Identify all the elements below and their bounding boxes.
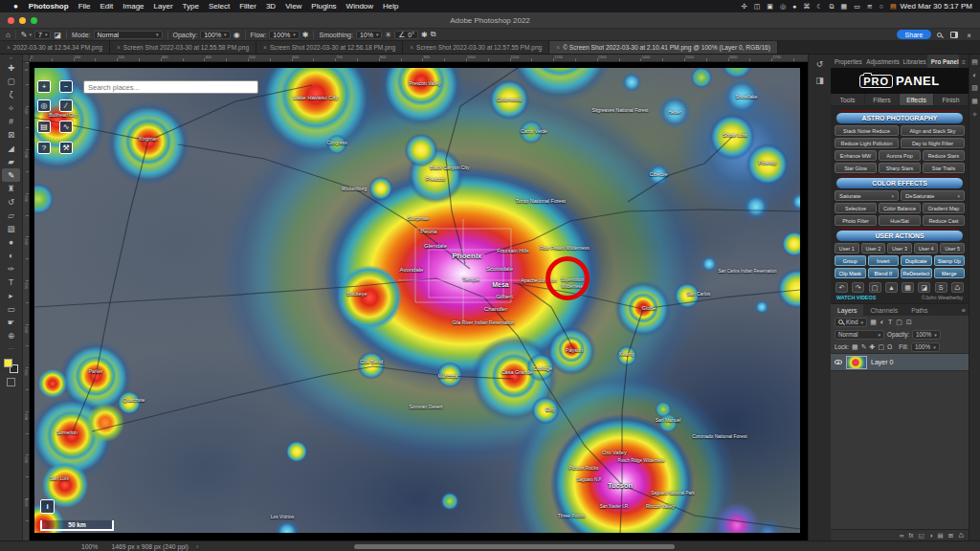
new-group-icon[interactable]: ▤ [938,532,944,540]
layer-kind-select[interactable]: Kind▾ [835,318,867,327]
button-star-glow[interactable]: Star Glow [835,163,877,173]
grid-icon[interactable]: ▦ [902,282,914,293]
tool-healing-brush[interactable]: ▰ [2,155,20,168]
button-duplicate[interactable]: Duplicate [901,255,932,266]
opacity-select[interactable]: 100%▾ [200,31,230,39]
tool-pen[interactable]: ✑ [2,262,20,276]
map-print-button[interactable]: ▤ [37,121,51,133]
tool-shape[interactable]: ▭ [2,302,20,316]
display-icon[interactable]: ▦ [841,0,848,12]
menu-help[interactable]: Help [378,2,403,11]
layers-tab-paths[interactable]: Paths [904,304,934,316]
minimize-window-button[interactable] [19,17,26,24]
tool-dodge[interactable]: ◐ [2,249,20,262]
keyboard-icon[interactable]: ▤ [890,0,897,12]
map-chart-button[interactable]: ∿ [59,121,73,133]
map-zoom-out-button[interactable]: − [59,80,73,93]
menu-type[interactable]: Type [178,2,204,11]
close-tab-icon[interactable]: × [263,44,267,51]
undo-icon[interactable]: ↶ [835,282,848,293]
button-selective[interactable]: Selective [835,203,877,213]
layer-thumbnail[interactable] [846,356,867,369]
button-aurora-pop[interactable]: Aurora Pop [879,150,921,161]
foreground-color-swatch[interactable] [4,359,12,367]
contrast-icon[interactable]: ◪ [918,282,930,293]
button-clip-mask[interactable]: Clip Mask [835,268,866,278]
menu-layer[interactable]: Layer [149,2,178,11]
history-panel-icon[interactable]: ↺ [816,59,824,69]
tool-clone-stamp[interactable]: ♜ [2,182,20,195]
layers-tab-channels[interactable]: Channels [863,304,904,316]
selection-icon[interactable]: ▢ [869,282,881,293]
menu-file[interactable]: File [74,2,96,11]
brush-size-field[interactable]: 7▾ [34,31,51,39]
tool-brush[interactable]: ✎ [2,168,20,182]
panel-tab-properties[interactable]: Properties [831,55,862,68]
color-swatches[interactable] [4,359,18,373]
status-chevron-icon[interactable]: › [196,543,198,550]
phone-icon[interactable]: ◫ [754,0,761,12]
button-enhance-mw[interactable]: Enhance MW [835,150,877,161]
swatches-panel-icon[interactable]: ◐ [972,72,976,78]
tool-history-brush[interactable]: ↺ [2,195,20,209]
smoothing-gear-icon[interactable]: ✳ [385,31,391,39]
home-icon[interactable]: ⌂ [6,31,11,39]
moon-icon[interactable]: ☾ [816,0,822,12]
layer-mask-icon[interactable]: ◱ [918,532,924,540]
smoothing-select[interactable]: 10%▾ [356,31,383,39]
info-panel-icon[interactable]: ✧ [972,111,978,119]
menu-window[interactable]: Window [342,2,378,11]
document-canvas[interactable]: Lake Havasu CityKingmanBullhead CityPres… [30,62,808,540]
battery-icon[interactable]: ▭ [854,0,860,12]
zoom-window-button[interactable] [31,17,37,24]
tool-hand[interactable]: ☛ [2,316,20,329]
panel-tab-pro-panel[interactable]: Pro Panel [927,55,960,68]
button-user-1[interactable]: User 1 [835,243,859,253]
close-tab-icon[interactable]: × [117,44,121,51]
adjustment-filter-icon[interactable]: ◐ [880,319,884,326]
menu-3d[interactable]: 3D [261,2,280,11]
button-hue-sat[interactable]: Hue/Sat [879,215,921,226]
bluetooth-icon[interactable]: ⌘ [803,0,810,12]
blend-mode-select[interactable]: Normal▾ [835,330,884,340]
button-sharp-stars[interactable]: Sharp Stars [879,163,921,173]
windows-icon[interactable]: ⧉ [830,0,835,12]
link-layers-icon[interactable]: ∞ [900,532,904,539]
mode-select[interactable]: Normal▾ [94,31,163,39]
button-user-3[interactable]: User 3 [887,243,912,253]
airbrush-icon[interactable]: ✱ [302,31,309,39]
tool-lasso[interactable]: ζ [2,88,20,101]
workspace-switcher-icon[interactable] [950,32,958,38]
map-locate-button[interactable]: ◎ [37,99,51,112]
color-panel-icon[interactable]: ▤ [971,58,978,66]
layer-visibility-icon[interactable] [835,360,842,364]
redo-icon[interactable]: ↷ [852,282,864,293]
smart-filter-icon[interactable]: ⊡ [906,319,912,326]
tool-type[interactable]: T [2,276,20,289]
layers-menu-icon[interactable]: ≡ [959,307,969,314]
drop-icon[interactable]: ● [792,0,796,12]
tool-eyedropper[interactable]: ◢ [2,142,20,155]
layer-row[interactable]: Layer 0 [831,353,969,371]
brush-panel-icon[interactable]: ◨ [815,76,824,85]
zoom-level[interactable]: 100% [81,543,98,550]
document-tab[interactable]: ×Screen Shot 2022-03-30 at 12.57.55 PM.p… [403,41,549,54]
tool-move[interactable]: ✚ [2,61,20,75]
wifi-icon[interactable]: ≋ [867,0,873,12]
search-input[interactable] [83,80,258,94]
button-reduce-light-pollution[interactable]: Reduce Light Pollution [835,138,899,148]
ruler-corner[interactable] [23,55,30,62]
lock-icon[interactable]: ▣ [767,0,773,12]
document-tab[interactable]: ×Screen Shot 2022-03-30 at 12.56.18 PM.p… [256,41,403,54]
button-align-and-stack-sky[interactable]: Align and Stack Sky [901,125,965,136]
flow-select[interactable]: 100%▾ [269,31,299,39]
menu-photoshop[interactable]: Photoshop [24,2,74,11]
button-user-4[interactable]: User 4 [914,243,939,253]
panel-menu-icon[interactable]: ≡ [959,58,969,65]
tool-path-selection[interactable]: ▸ [2,289,20,302]
menu-filter[interactable]: Filter [234,2,261,11]
spotlight-icon[interactable]: ○ [880,0,883,12]
map-tools-button[interactable]: ⚒ [59,142,73,154]
map-info-button[interactable]: i [40,499,55,514]
menu-plugins[interactable]: Plugins [306,2,341,11]
